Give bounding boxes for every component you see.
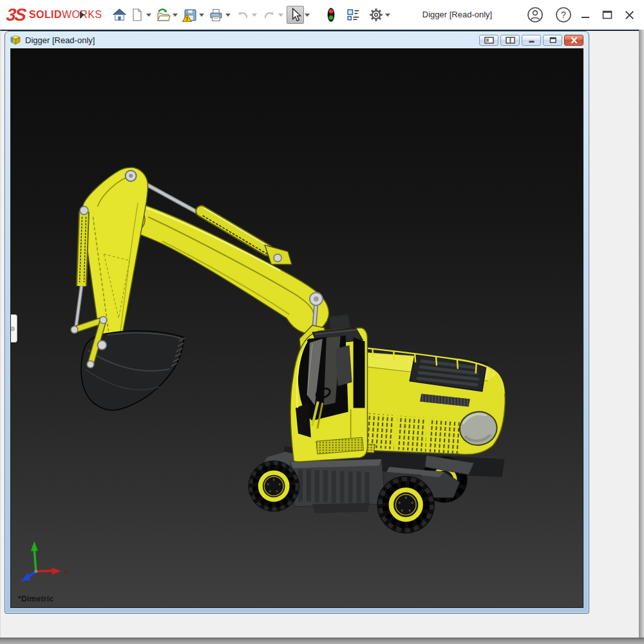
maximize-button[interactable] <box>596 4 618 26</box>
redo-icon <box>262 8 276 22</box>
undo-button[interactable] <box>234 6 251 24</box>
wheel-rear-left[interactable] <box>377 476 435 534</box>
new-document-dropdown-caret[interactable] <box>146 14 151 17</box>
close-button[interactable] <box>618 4 640 26</box>
assembly-cube-icon <box>10 35 21 45</box>
open-dropdown-caret[interactable] <box>173 14 178 17</box>
featuremanager-tab-grip-icon <box>10 327 15 331</box>
document-close-icon <box>570 37 578 44</box>
save-button[interactable]: ! <box>181 6 198 24</box>
triad-x-label: X <box>64 568 69 575</box>
redo-dropdown-caret[interactable] <box>278 14 283 17</box>
svg-text:?: ? <box>561 10 566 20</box>
new-document-icon <box>130 8 144 22</box>
traffic-light-icon <box>325 6 337 23</box>
user-account-icon <box>527 6 544 23</box>
select-cursor-icon <box>289 7 303 23</box>
traffic-light-button[interactable] <box>322 6 339 24</box>
print-dropdown-caret[interactable] <box>225 14 231 17</box>
print-icon <box>209 8 223 23</box>
excavator-cab[interactable] <box>290 328 368 462</box>
maximize-icon <box>601 9 613 21</box>
help-icon: ? <box>555 6 572 23</box>
document-window: Digger [Read-only] <box>5 31 589 614</box>
scene-svg: X Y <box>11 49 583 607</box>
document-restore-icon <box>548 37 558 44</box>
wheel-front-left[interactable] <box>248 460 299 512</box>
featuremanager-collapsed-tab[interactable] <box>10 314 17 343</box>
window-bottom-edge <box>0 638 644 644</box>
reference-triad: X Y <box>21 533 69 582</box>
split-pane-left-icon <box>484 37 494 44</box>
print-button[interactable] <box>207 6 225 24</box>
account-button[interactable] <box>524 4 546 26</box>
app-titlebar: 3S SOLID WORKS <box>0 0 644 30</box>
document-restore-button[interactable] <box>543 35 562 46</box>
close-icon <box>624 10 635 21</box>
svg-text:!: ! <box>186 15 188 21</box>
new-document-button[interactable] <box>128 6 146 24</box>
document-minimize-button[interactable] <box>522 35 541 46</box>
save-icon: ! <box>182 8 197 23</box>
redo-button[interactable] <box>260 6 278 24</box>
minimize-icon <box>580 10 591 20</box>
app-window-controls: ? <box>524 0 640 30</box>
open-icon <box>156 8 171 23</box>
undo-icon <box>236 8 250 22</box>
quick-access-toolbar: ! <box>111 5 393 24</box>
graphics-viewport[interactable]: X Y *Dimetric <box>10 48 583 608</box>
save-dropdown-caret[interactable] <box>199 14 204 17</box>
logo-solid: SOLID <box>29 9 62 21</box>
solidworks-app: { "app": { "logo": { "mark": "3S", "name… <box>0 0 644 644</box>
document-window-controls <box>479 35 583 46</box>
home-icon <box>112 8 127 23</box>
triad-y-label: Y <box>32 533 36 540</box>
home-button[interactable] <box>111 6 128 24</box>
document-title: Digger [Read-only] <box>25 35 95 45</box>
minimize-button[interactable] <box>574 4 596 26</box>
help-button[interactable]: ? <box>553 4 574 26</box>
open-button[interactable] <box>155 6 172 24</box>
select-cursor-dropdown-caret[interactable] <box>305 14 310 17</box>
document-titlebar[interactable]: Digger [Read-only] <box>5 32 589 48</box>
document-minimize-icon <box>527 37 536 44</box>
select-cursor-button[interactable] <box>287 6 304 24</box>
window-right-edge <box>639 30 644 638</box>
undo-dropdown-caret[interactable] <box>252 14 257 17</box>
view-orientation-label: *Dimetric <box>18 594 53 603</box>
logo-3s-mark: 3S <box>5 5 26 25</box>
document-close-button[interactable] <box>564 35 583 46</box>
split-pane-right-icon <box>506 37 515 44</box>
split-pane-right-button[interactable] <box>500 35 520 46</box>
display-pane-button[interactable] <box>345 6 362 24</box>
display-pane-list-icon <box>346 8 361 23</box>
solidworks-logo: 3S SOLID WORKS <box>6 5 102 25</box>
toolbar-flyout-chevron-icon[interactable] <box>80 11 84 19</box>
split-pane-left-button[interactable] <box>479 35 498 46</box>
